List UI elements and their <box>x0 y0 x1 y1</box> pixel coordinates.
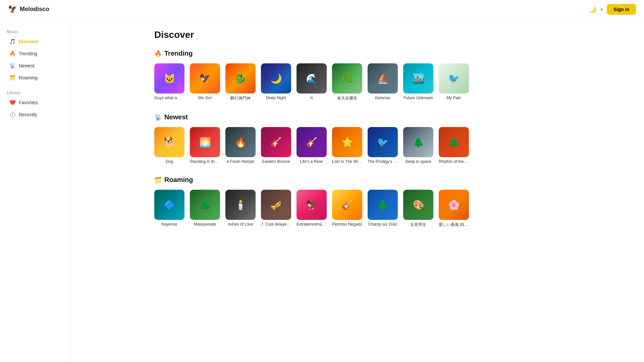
card-label: Extraterrestrial Love <box>297 222 327 227</box>
card-item[interactable]: 🌅Standing in the pro... <box>190 127 220 164</box>
card-image: 🎸 <box>332 190 362 220</box>
sidebar-item-roaming-label: Roaming <box>19 75 38 80</box>
card-item[interactable]: 🎸Permiso Negado <box>332 190 362 228</box>
card-item[interactable]: 🌲Rhythm of the Night <box>439 127 469 164</box>
card-art-icon: 🌸 <box>448 199 460 210</box>
trending-section-icon: 🔥 <box>154 50 162 57</box>
card-image: 🔥 <box>225 127 256 157</box>
card-label: A Fresh Restart <box>225 159 256 164</box>
card-art-icon: 🔷 <box>164 199 175 210</box>
card-art-icon: 🌲 <box>413 137 424 148</box>
card-label: Ashes of Love <box>225 222 256 227</box>
card-item[interactable]: 🎸Eastern Breeze <box>261 127 291 164</box>
card-item[interactable]: 🕯️Ashes of Love <box>225 190 256 228</box>
card-item[interactable]: 🔥A Fresh Restart <box>225 127 256 164</box>
card-image: 🌿 <box>332 63 362 94</box>
card-art-icon: 🌊 <box>306 73 318 84</box>
card-art-icon: 🌲 <box>199 199 211 210</box>
card-image: 🌙 <box>261 63 291 94</box>
card-label: My Pain <box>439 96 469 100</box>
card-art-icon: 🐕 <box>164 137 175 148</box>
card-label: The Prodigy's Sym... <box>368 159 398 164</box>
topbar-right: 🌙 ▾ Sign in <box>589 4 636 15</box>
card-image: 🐕 <box>154 127 184 157</box>
card-art-icon: 🕯️ <box>235 199 247 210</box>
newest-section-label: Newest <box>164 113 188 121</box>
roaming-section-label: Roaming <box>164 176 193 184</box>
card-image: 🌲 <box>368 190 398 220</box>
card-item[interactable]: 🦅We Go! <box>190 63 220 101</box>
card-label: Deep Night <box>261 96 291 100</box>
card-image: 🎺 <box>261 190 291 220</box>
dropdown-chevron-icon[interactable]: ▾ <box>600 7 603 12</box>
sidebar-item-favorites-label: Favorites <box>19 100 38 105</box>
card-label: We Go! <box>190 96 220 100</box>
card-art-icon: 🏙️ <box>413 73 424 84</box>
heart-icon: ❤️ <box>9 100 15 106</box>
card-item[interactable]: 🌲Champ sur Drac <box>368 190 398 228</box>
sidebar-item-trending[interactable]: 🔥 Trending <box>3 48 67 59</box>
roaming-cards-row: 🔷Keyence🌲Masquerade🕯️Ashes of Love🎺7. Co… <box>154 190 631 228</box>
card-art-icon: 🌲 <box>377 199 389 210</box>
card-image: 🏙️ <box>403 63 433 94</box>
card-art-icon: ⛵ <box>377 73 389 84</box>
card-item[interactable]: 🔷Keyence <box>154 190 184 228</box>
card-image: ⭐ <box>332 127 362 157</box>
card-art-icon: 🎸 <box>306 137 318 148</box>
topbar-logo: 🦅 Melodisco <box>8 5 49 14</box>
card-item[interactable]: 🐕Dog <box>154 127 184 164</box>
sidebar-item-newest[interactable]: 📡 Newest <box>3 60 67 71</box>
card-image: 🌲 <box>439 127 469 157</box>
card-image: 🌲 <box>403 127 433 157</box>
sidebar-item-newest-label: Newest <box>19 63 35 68</box>
music-icon: 🎵 <box>9 39 15 45</box>
card-label: 7. Cool delayed kick <box>261 222 291 227</box>
card-item[interactable]: 🎨女星男生 <box>403 190 433 228</box>
card-label: Future Unknown <box>403 96 433 100</box>
card-item[interactable]: 🌲Masquerade <box>190 190 220 228</box>
sidebar-item-recently[interactable]: 🕐 Recently <box>3 109 67 120</box>
newest-section: 📡 Newest 🐕Dog🌅Standing in the pro...🔥A F… <box>154 113 631 164</box>
sidebar-item-discover-label: Discover <box>19 39 39 44</box>
card-item[interactable]: 🐉醉打蔣門神 <box>225 63 256 101</box>
sidebar-item-roaming[interactable]: 🗂️ Roaming <box>3 72 67 83</box>
card-item[interactable]: 🌿春天在哪里 <box>332 63 362 101</box>
card-item[interactable]: 🌸愛しい春風 (Belove... <box>439 190 469 228</box>
card-image: 🌲 <box>190 190 220 220</box>
card-item[interactable]: 🌲Deep in space <box>403 127 433 164</box>
card-art-icon: 🎸 <box>341 199 353 210</box>
card-image: 🦅 <box>190 63 220 94</box>
card-art-icon: 🌲 <box>448 137 460 148</box>
card-art-icon: 🐦 <box>377 137 389 148</box>
roaming-section: 🗂️ Roaming 🔷Keyence🌲Masquerade🕯️Ashes of… <box>154 176 631 228</box>
card-label: 醉打蔣門神 <box>225 96 256 101</box>
card-item[interactable]: 🎸Life's a River <box>297 127 327 164</box>
card-image: 🎸 <box>297 127 327 157</box>
card-label: 春天在哪里 <box>332 96 362 101</box>
clock-icon: 🕐 <box>9 112 15 118</box>
main-content: Discover 🔥 Trending 🐱Guys what is wron..… <box>141 19 644 362</box>
card-art-icon: 🎺 <box>270 199 282 210</box>
card-item[interactable]: 🌊π <box>297 63 327 101</box>
card-item[interactable]: 🦅Extraterrestrial Love <box>297 190 327 228</box>
card-item[interactable]: ⛵Капитан <box>368 63 398 101</box>
folder-icon: 🗂️ <box>9 75 15 81</box>
sidebar-item-discover[interactable]: 🎵 Discover <box>3 36 67 47</box>
card-item[interactable]: 🐦The Prodigy's Sym... <box>368 127 398 164</box>
card-item[interactable]: 🏙️Future Unknown <box>403 63 433 101</box>
card-item[interactable]: 🌙Deep Night <box>261 63 291 101</box>
card-image: 🎸 <box>261 127 291 157</box>
card-item[interactable]: ⭐Lost In The Wind <box>332 127 362 164</box>
card-label: Champ sur Drac <box>368 222 398 227</box>
card-image: 🌸 <box>439 190 469 220</box>
theme-toggle-icon[interactable]: 🌙 <box>589 6 596 13</box>
card-label: Permiso Negado <box>332 222 362 227</box>
card-item[interactable]: 🐦My Pain <box>439 63 469 101</box>
trending-section-header: 🔥 Trending <box>154 50 631 57</box>
card-label: Dog <box>154 159 184 164</box>
sidebar-item-favorites[interactable]: ❤️ Favorites <box>3 97 67 108</box>
card-item[interactable]: 🐱Guys what is wron... <box>154 63 184 101</box>
newest-cards-row: 🐕Dog🌅Standing in the pro...🔥A Fresh Rest… <box>154 127 631 164</box>
card-item[interactable]: 🎺7. Cool delayed kick <box>261 190 291 228</box>
sign-in-button[interactable]: Sign in <box>607 4 636 15</box>
